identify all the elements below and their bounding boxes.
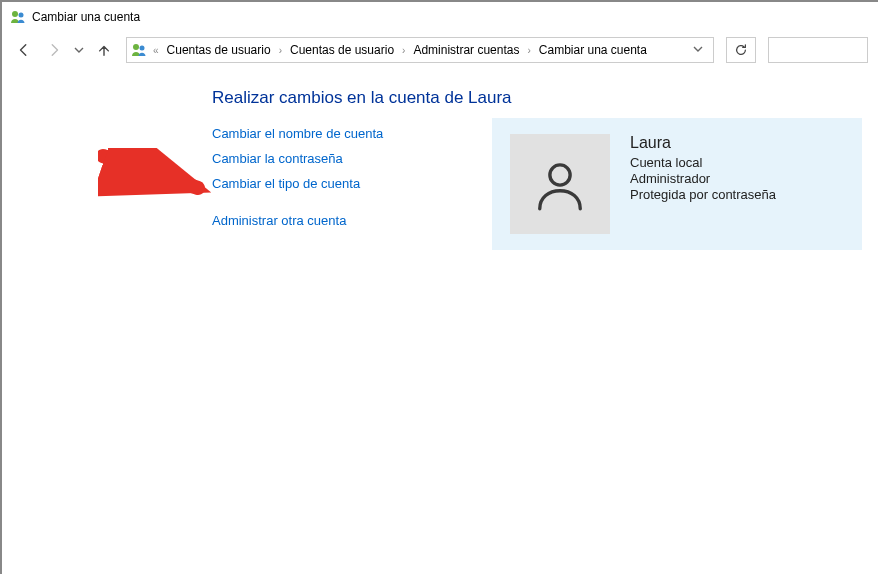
avatar <box>510 134 610 234</box>
search-input[interactable] <box>768 37 868 63</box>
recent-locations-dropdown[interactable] <box>72 45 86 55</box>
breadcrumb-item[interactable]: Administrar cuentas <box>409 41 523 59</box>
breadcrumb: « Cuentas de usuario › Cuentas de usuari… <box>151 41 651 59</box>
page-title: Realizar cambios en la cuenta de Laura <box>212 88 878 108</box>
back-button[interactable] <box>12 38 36 62</box>
svg-point-1 <box>19 13 24 18</box>
chevron-right-icon: › <box>525 45 532 56</box>
svg-point-0 <box>12 11 18 17</box>
account-protection: Protegida por contraseña <box>630 187 776 202</box>
chevron-right-icon: › <box>277 45 284 56</box>
breadcrumb-item[interactable]: Cuentas de usuario <box>163 41 275 59</box>
breadcrumb-item[interactable]: Cambiar una cuenta <box>535 41 651 59</box>
user-accounts-icon <box>10 9 26 25</box>
content-area: Realizar cambios en la cuenta de Laura C… <box>2 68 878 228</box>
account-kind: Cuenta local <box>630 155 776 170</box>
user-accounts-icon <box>131 42 147 58</box>
breadcrumb-item[interactable]: Cuentas de usuario <box>286 41 398 59</box>
account-panel: Laura Cuenta local Administrador Protegi… <box>492 118 862 250</box>
svg-point-4 <box>550 165 570 185</box>
account-info: Laura Cuenta local Administrador Protegi… <box>630 134 776 234</box>
nav-bar: « Cuentas de usuario › Cuentas de usuari… <box>2 32 878 68</box>
account-role: Administrador <box>630 171 776 186</box>
refresh-button[interactable] <box>726 37 756 63</box>
account-name: Laura <box>630 134 776 152</box>
breadcrumb-prefix: « <box>151 45 161 56</box>
address-dropdown[interactable] <box>687 43 709 57</box>
chevron-right-icon: › <box>400 45 407 56</box>
window-title: Cambiar una cuenta <box>32 10 140 24</box>
forward-button[interactable] <box>42 38 66 62</box>
svg-point-3 <box>140 46 145 51</box>
up-button[interactable] <box>92 38 116 62</box>
title-bar: Cambiar una cuenta <box>2 2 878 32</box>
svg-point-2 <box>133 44 139 50</box>
address-bar[interactable]: « Cuentas de usuario › Cuentas de usuari… <box>126 37 714 63</box>
